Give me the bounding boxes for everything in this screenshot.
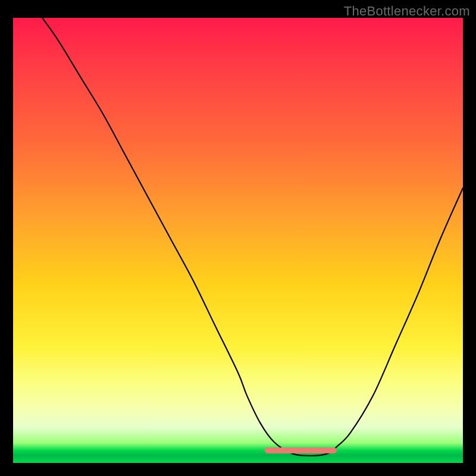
- curve-path: [13, 18, 463, 456]
- bottleneck-curve: [13, 18, 463, 463]
- plot-area: [13, 18, 463, 463]
- chart-frame: TheBottlenecker.com: [0, 0, 476, 476]
- optimal-range-marker: [265, 447, 337, 453]
- watermark-text: TheBottlenecker.com: [344, 4, 470, 19]
